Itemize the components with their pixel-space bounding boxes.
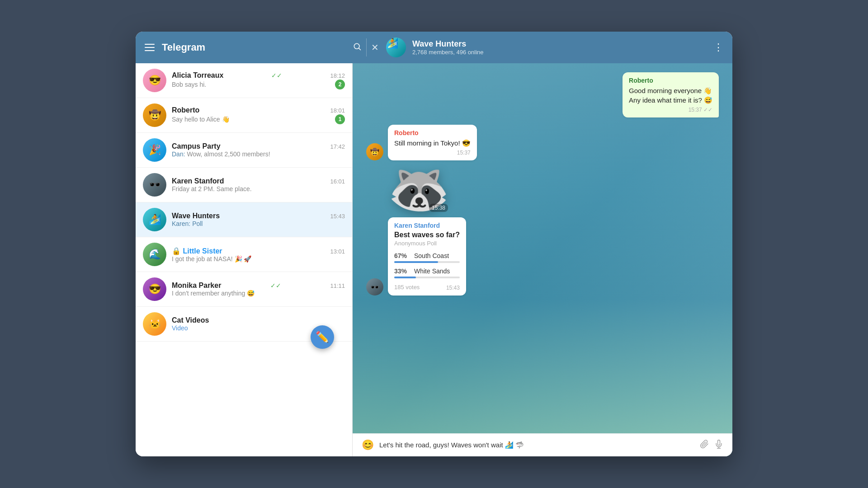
- message-bubble: Roberto Good morning everyone 👋Any idea …: [623, 72, 719, 117]
- contact-name: Karen Stanford: [172, 177, 224, 185]
- read-status: ✓✓: [270, 282, 281, 289]
- sidebar-item-roberto[interactable]: 🤠 Roberto 18:01 Say hello to Alice 👋 1: [136, 98, 352, 133]
- chat-body: Monika Parker ✓✓ 11:11 I don't remember …: [172, 282, 345, 297]
- message-own-top: Roberto Good morning everyone 👋Any idea …: [366, 72, 719, 117]
- preview-row: Bob says hi. 2: [172, 80, 345, 89]
- chat-header: 🏄 Wave Hunters 2,768 members, 496 online: [386, 38, 713, 57]
- preview-row: I don't remember anything 😅: [172, 290, 345, 297]
- chat-time: 15:43: [330, 213, 345, 220]
- unread-badge: 2: [335, 80, 345, 89]
- chat-body: Campus Party 17:42 Dan: Wow, almost 2,50…: [172, 142, 345, 158]
- chat-body: Roberto 18:01 Say hello to Alice 👋 1: [172, 106, 345, 124]
- avatar: 🐱: [143, 312, 166, 336]
- message-time: 15:37: [394, 150, 471, 156]
- poll-label: White Sands: [414, 267, 450, 275]
- message-avatar: 🕶️: [366, 278, 383, 296]
- chat-row: Wave Hunters 15:43: [172, 212, 345, 220]
- header-divider: [366, 38, 367, 56]
- avatar: 🤠: [143, 103, 166, 127]
- message-input[interactable]: [379, 441, 694, 449]
- chat-time: 16:01: [330, 178, 345, 185]
- message-sticker: 🦝 15:38: [366, 164, 719, 214]
- avatar: 😎: [143, 69, 166, 92]
- search-button[interactable]: [353, 42, 362, 53]
- contact-name: Cat Videos: [172, 316, 209, 324]
- poll-bar-bg: [394, 277, 460, 278]
- avatar: 😎: [143, 277, 166, 301]
- chat-preview: Say hello to Alice 👋: [172, 116, 230, 123]
- avatar: 🏄: [143, 208, 166, 231]
- message-bubble: Roberto Still morning in Tokyo! 😎 15:37: [388, 125, 477, 160]
- sidebar-item-alicia[interactable]: 😎 Alicia Torreaux ✓✓ 18:12 Bob says hi. …: [136, 63, 352, 98]
- chat-preview: Friday at 2 PM. Same place.: [172, 185, 252, 192]
- message-avatar: 🤠: [366, 143, 383, 160]
- more-options-button[interactable]: ⋮: [713, 42, 723, 53]
- preview-row: Karen: Poll: [172, 220, 345, 227]
- poll-question: Best waves so far?: [394, 231, 460, 239]
- chat-row: Roberto 18:01: [172, 106, 345, 114]
- input-area: 😊: [353, 433, 732, 456]
- chat-preview: I got the job at NASA! 🎉 🚀: [172, 255, 251, 263]
- poll-pct: 67%: [394, 252, 410, 259]
- emoji-button[interactable]: 😊: [362, 439, 374, 451]
- message-sender: Roberto: [394, 129, 471, 136]
- header: Telegram ✕ 🏄 Wave Hunters 2,768 members,…: [136, 32, 732, 63]
- unread-badge: 1: [335, 114, 345, 124]
- message-text: Good morning everyone 👋Any idea what tim…: [629, 86, 712, 105]
- hamburger-icon[interactable]: [145, 44, 155, 51]
- header-left: Telegram: [145, 42, 362, 53]
- avatar: 🎉: [143, 138, 166, 162]
- preview-row: Friday at 2 PM. Same place.: [172, 185, 345, 192]
- chat-time: 18:12: [330, 72, 345, 79]
- close-button[interactable]: ✕: [371, 42, 379, 53]
- chat-avatar: 🏄: [386, 38, 406, 57]
- chat-meta: 2,768 members, 496 online: [412, 49, 713, 56]
- sticker-container: 🦝 15:38: [388, 164, 450, 214]
- sidebar-item-campus[interactable]: 🎉 Campus Party 17:42 Dan: Wow, almost 2,…: [136, 133, 352, 168]
- chat-body: Wave Hunters 15:43 Karen: Poll: [172, 212, 345, 227]
- message-text: Still morning in Tokyo! 😎: [394, 138, 471, 148]
- messages-container: Roberto Good morning everyone 👋Any idea …: [353, 63, 732, 433]
- main-content: 😎 Alicia Torreaux ✓✓ 18:12 Bob says hi. …: [136, 63, 732, 456]
- poll-bubble: Karen Stanford Best waves so far? Anonym…: [388, 217, 466, 296]
- poll-bar-bg: [394, 261, 460, 263]
- contact-name: Alicia Torreaux: [172, 71, 223, 80]
- chat-preview: Karen: Poll: [172, 220, 203, 227]
- mic-button[interactable]: [714, 440, 723, 451]
- chat-time: 18:01: [330, 107, 345, 114]
- chat-row: Alicia Torreaux ✓✓ 18:12: [172, 71, 345, 80]
- chat-preview: Dan: Wow, almost 2,500 members!: [172, 150, 270, 158]
- sidebar-item-littlesister[interactable]: 🌊 🔒 Little Sister 13:01 I got the job at…: [136, 237, 352, 272]
- poll-option-2[interactable]: 33% White Sands: [394, 267, 460, 278]
- poll-label: South Coast: [414, 252, 449, 259]
- chat-row: Campus Party 17:42: [172, 142, 345, 150]
- chat-body: Alicia Torreaux ✓✓ 18:12 Bob says hi. 2: [172, 71, 345, 89]
- chat-time: 17:42: [330, 143, 345, 150]
- message-poll: 🕶️ Karen Stanford Best waves so far? Ano…: [366, 217, 719, 296]
- chat-row: 🔒 Little Sister 13:01: [172, 247, 345, 255]
- read-status: ✓✓: [271, 72, 282, 79]
- chat-preview: Bob says hi.: [172, 81, 206, 88]
- sidebar-item-karen[interactable]: 🕶️ Karen Stanford 16:01 Friday at 2 PM. …: [136, 168, 352, 202]
- sidebar-item-monika[interactable]: 😎 Monika Parker ✓✓ 11:11 I don't remembe…: [136, 272, 352, 307]
- compose-button[interactable]: ✏️: [311, 325, 334, 349]
- preview-row: Dan: Wow, almost 2,500 members!: [172, 150, 345, 158]
- poll-option-1[interactable]: 67% South Coast: [394, 252, 460, 263]
- sticker-time: 15:38: [429, 204, 448, 212]
- chat-row: Monika Parker ✓✓ 11:11: [172, 282, 345, 290]
- message-time: 15:43: [446, 285, 460, 291]
- chat-area: Roberto Good morning everyone 👋Any idea …: [353, 63, 732, 456]
- chat-row: Cat Videos: [172, 316, 345, 324]
- chat-body: 🔒 Little Sister 13:01 I got the job at N…: [172, 247, 345, 263]
- contact-name: Campus Party: [172, 142, 221, 150]
- poll-bar-fill: [394, 261, 438, 263]
- chat-row: Karen Stanford 16:01: [172, 177, 345, 185]
- svg-line-1: [359, 48, 361, 50]
- sidebar-item-wavehunters[interactable]: 🏄 Wave Hunters 15:43 Karen: Poll: [136, 202, 352, 237]
- message-sender: Roberto: [629, 77, 712, 84]
- attach-button[interactable]: [700, 440, 709, 451]
- contact-name: Monika Parker: [172, 282, 221, 290]
- contact-name: Wave Hunters: [172, 212, 220, 220]
- preview-row: I got the job at NASA! 🎉 🚀: [172, 255, 345, 263]
- message-roberto: 🤠 Roberto Still morning in Tokyo! 😎 15:3…: [366, 125, 719, 160]
